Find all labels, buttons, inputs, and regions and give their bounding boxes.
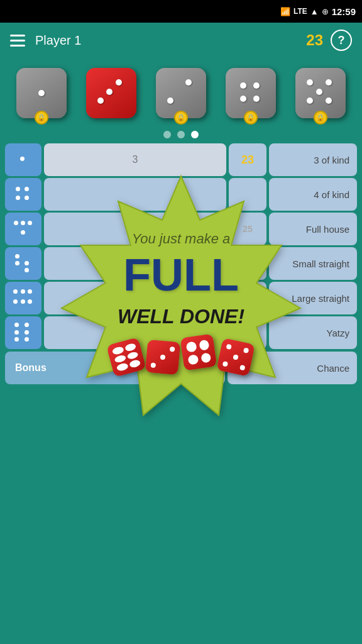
die-3[interactable]: 🔒: [156, 68, 206, 118]
status-bar: 📶 LTE ▲ ⊕ 12:59: [0, 0, 362, 23]
page-dot-1: [163, 131, 171, 138]
header: Player 1 23 ?: [0, 23, 362, 58]
header-left: Player 1: [10, 33, 81, 48]
die-2[interactable]: [86, 68, 136, 118]
celebration-overlay[interactable]: You just make a FULL WELL DONE!: [55, 170, 307, 434]
lock-icon-3: 🔒: [174, 111, 188, 125]
header-score: 23: [306, 31, 323, 49]
lock-icon-5: 🔒: [314, 111, 327, 125]
player-name: Player 1: [35, 33, 81, 48]
score-display-1: 23: [241, 153, 254, 167]
die-cell-6: [5, 316, 41, 349]
help-button[interactable]: ?: [331, 30, 352, 51]
bluetooth-icon: 📶: [280, 7, 290, 16]
you-just-text: You just make a: [110, 231, 252, 247]
well-done-text: WELL DONE!: [110, 305, 252, 328]
menu-button[interactable]: [10, 35, 25, 47]
lock-icon-1: 🔒: [35, 111, 48, 125]
overlay-die-4: [216, 338, 255, 377]
clock: 12:59: [332, 6, 356, 17]
signal-icon: ▲: [310, 7, 319, 16]
pagination: [0, 131, 362, 138]
page-dot-3: [191, 131, 199, 138]
overlay-die-3: [180, 333, 217, 370]
score-number-1: 3: [133, 154, 138, 165]
starburst: You just make a FULL WELL DONE!: [55, 170, 307, 434]
overlay-die-1: [106, 337, 146, 377]
status-icons: 📶 LTE ▲ ⊕ 12:59: [280, 6, 356, 17]
overlay-dice: [110, 341, 252, 374]
die-1[interactable]: 🔒: [16, 68, 67, 118]
die-cell-1: [5, 143, 41, 176]
lte-icon: LTE: [293, 7, 307, 16]
lock-icon-4: 🔒: [244, 111, 258, 125]
die-4[interactable]: 🔒: [226, 68, 276, 118]
die-cell-2: [5, 178, 41, 211]
page-dot-2: [177, 131, 185, 138]
starburst-content: You just make a FULL WELL DONE!: [97, 218, 265, 386]
dice-area: 🔒 🔒 🔒: [0, 58, 362, 123]
die-cell-3: [5, 213, 41, 245]
die-cell-4: [5, 247, 41, 280]
die-cell-5: [5, 282, 41, 314]
wifi-icon: ⊕: [322, 7, 329, 16]
overlay-die-2: [145, 339, 180, 374]
full-text: FULL: [110, 252, 252, 297]
die-5[interactable]: 🔒: [295, 68, 346, 118]
